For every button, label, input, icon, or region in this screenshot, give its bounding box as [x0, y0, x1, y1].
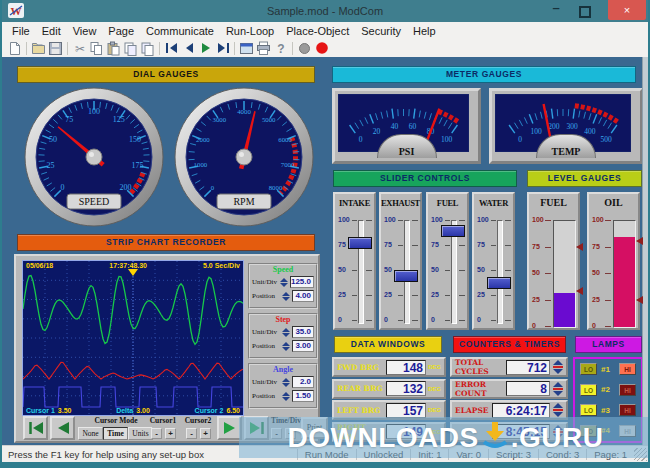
open-icon[interactable]: [30, 40, 47, 56]
unitdiv-value[interactable]: 35.0: [292, 326, 314, 338]
chart-back-button[interactable]: [50, 416, 75, 440]
cursor2-minus-button[interactable]: -: [186, 428, 197, 439]
menu-item-view[interactable]: View: [67, 23, 103, 39]
level-setpoint-marker[interactable]: [636, 296, 643, 304]
svg-text:0: 0: [359, 135, 363, 144]
position-spinner[interactable]: [282, 392, 290, 401]
lamp-hi-1[interactable]: HI: [619, 363, 636, 375]
svg-text:40: 40: [391, 122, 399, 131]
menu-item-communicate[interactable]: Communicate: [140, 23, 220, 39]
preview-icon[interactable]: [238, 40, 255, 56]
cursor1-readout-label: Cursor 1: [26, 407, 55, 414]
prev-icon[interactable]: [180, 40, 197, 56]
level-setpoint-marker[interactable]: [576, 287, 583, 295]
print-icon[interactable]: [255, 40, 272, 56]
workspace: DIAL GAUGES METER GAUGES SLIDER CONTROLS…: [2, 57, 648, 445]
slider-tick: [398, 245, 403, 246]
menu-item-help[interactable]: Help: [407, 23, 442, 39]
menu-item-placeobject[interactable]: Place-Object: [280, 23, 355, 39]
slider-tick: [412, 295, 418, 296]
level-gauge-oil: OIL100 75 50 25 0: [587, 192, 640, 330]
unitdiv-spinner[interactable]: [280, 278, 288, 287]
lamp-hi-2[interactable]: HI: [619, 384, 636, 396]
menu-item-page[interactable]: Page: [102, 23, 140, 39]
cursor-mode-units[interactable]: Units: [128, 427, 153, 440]
paste-page-icon[interactable]: [139, 40, 156, 56]
close-button[interactable]: ×: [608, 0, 646, 20]
menu-item-runloop[interactable]: Run-Loop: [220, 23, 280, 39]
unitdiv-spinner[interactable]: [282, 328, 290, 337]
slider-handle-fuel[interactable]: [441, 225, 465, 237]
menu-item-security[interactable]: Security: [355, 23, 407, 39]
cursor-mode-time[interactable]: Time: [103, 427, 128, 440]
record-off-icon[interactable]: [296, 40, 313, 56]
strip-chart-header: STRIP CHART RECORDER: [17, 234, 315, 251]
save-icon[interactable]: [47, 40, 64, 56]
window-frame-bottom: [2, 462, 648, 468]
slider-controls-header: SLIDER CONTROLS: [333, 170, 517, 187]
menu-item-file[interactable]: File: [6, 23, 36, 39]
counter-spinner[interactable]: [552, 403, 563, 417]
slider-tick: [459, 270, 465, 271]
slider-scale-label: 25: [338, 291, 346, 298]
first-icon[interactable]: [163, 40, 180, 56]
slider-handle-intake[interactable]: [348, 237, 372, 249]
lamp-lo-3[interactable]: LO: [580, 404, 597, 416]
play-icon[interactable]: [197, 40, 214, 56]
svg-text:125: 125: [113, 115, 125, 124]
maximize-button[interactable]: [572, 0, 596, 20]
slider-handle-water[interactable]: [487, 277, 511, 289]
slider-scale-label: 100: [384, 216, 396, 223]
minimize-button[interactable]: –: [544, 0, 568, 20]
level-setpoint-marker[interactable]: [576, 243, 583, 251]
help-icon[interactable]: ?: [272, 40, 289, 56]
slider-tick: [459, 220, 465, 221]
counter-label: TOTAL CYCLES: [455, 358, 504, 376]
psi-meter-gauge: 020406080100 PSI: [332, 88, 481, 164]
lamp-row: LO #2 HI: [575, 384, 641, 396]
unitdiv-value[interactable]: 125.0: [290, 276, 314, 288]
svg-text:2000: 2000: [196, 136, 210, 143]
position-value[interactable]: 3.00: [292, 340, 314, 352]
copy-icon[interactable]: [88, 40, 105, 56]
data-window-value: 148: [386, 360, 426, 375]
chart-cursor-marker-icon[interactable]: [128, 269, 138, 276]
level-gauge-fuel: FUEL100 75 50 25 0: [527, 192, 580, 330]
menu-item-edit[interactable]: Edit: [36, 23, 67, 39]
chart-first-button[interactable]: [23, 416, 48, 440]
slider-handle-exhaust[interactable]: [394, 270, 418, 282]
cut-icon[interactable]: ✂: [71, 40, 88, 56]
slider-label: WATER: [474, 198, 513, 208]
position-spinner[interactable]: [282, 342, 290, 351]
counter-spinner[interactable]: [552, 382, 563, 396]
channel-name: Speed: [250, 265, 316, 275]
chart-cursor-readouts: Cursor 13.50 Delta3.00 Cursor 26.50: [26, 407, 240, 414]
lamp-hi-3[interactable]: HI: [619, 404, 636, 416]
slider-panel-intake: INTAKE100 75 50 25 0: [333, 192, 376, 330]
slider-scale-label: 50: [477, 266, 485, 273]
copy-page-icon[interactable]: [122, 40, 139, 56]
slider-track: [497, 220, 503, 324]
paste-icon[interactable]: [105, 40, 122, 56]
cursor1-minus-button[interactable]: -: [151, 428, 162, 439]
level-setpoint-marker[interactable]: [636, 237, 643, 245]
cursor2-plus-button[interactable]: +: [200, 428, 211, 439]
slider-tick: [398, 295, 403, 296]
lamp-lo-2[interactable]: LO: [580, 384, 597, 396]
position-value[interactable]: 4.00: [292, 290, 314, 302]
last-icon[interactable]: [214, 40, 231, 56]
level-tick: [545, 273, 551, 274]
position-spinner[interactable]: [282, 292, 290, 301]
record-on-icon[interactable]: [313, 40, 330, 56]
unitdiv-spinner[interactable]: [282, 378, 290, 387]
cursor-mode-none[interactable]: None: [78, 427, 103, 440]
data-window-label: LEFT BRG: [337, 406, 384, 415]
new-icon[interactable]: [6, 40, 23, 56]
svg-text:25: 25: [46, 161, 54, 170]
position-value[interactable]: 1.50: [292, 390, 314, 402]
counter-spinner[interactable]: [552, 360, 563, 374]
lamp-lo-1[interactable]: LO: [580, 363, 597, 375]
cursor1-plus-button[interactable]: +: [165, 428, 176, 439]
unitdiv-value[interactable]: 2.0: [292, 376, 314, 388]
chart-date: 05/06/18: [26, 262, 53, 269]
